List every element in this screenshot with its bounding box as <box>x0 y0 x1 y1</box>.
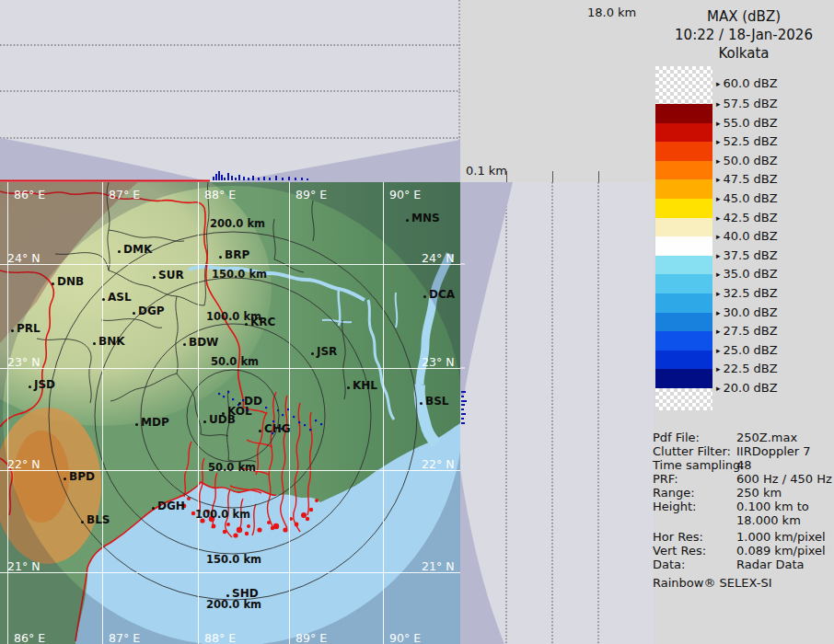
station-marker <box>183 343 186 346</box>
dbz-band <box>655 104 712 123</box>
echo-projection-spike <box>275 176 277 180</box>
latitude-gridline <box>0 264 460 265</box>
right-height-projection-panel <box>460 182 654 644</box>
dbz-scale-label: ▸42.5 dBZ <box>716 211 778 224</box>
dbz-scale-label: ▸47.5 dBZ <box>716 172 778 186</box>
latitude-label-left: 23° N <box>7 355 40 369</box>
legend-arrow-icon: ▸ <box>716 232 721 241</box>
dbz-scale-label: ▸60.0 dBZ <box>716 76 778 90</box>
legend-arrow-icon: ▸ <box>716 289 721 298</box>
station-label: MNS <box>411 212 440 224</box>
dbz-scale-label: ▸45.0 dBZ <box>716 191 778 205</box>
echo-projection-spike <box>227 173 229 180</box>
latitude-label-left: 24° N <box>7 251 40 265</box>
legend-arrow-icon: ▸ <box>716 251 721 260</box>
echo-projection-spike <box>238 175 240 180</box>
legend-arrow-icon: ▸ <box>716 270 721 279</box>
range-ring-label: 200.0 km <box>206 598 261 611</box>
station-marker <box>259 430 261 432</box>
echo-projection-dash <box>461 396 464 397</box>
dbz-band <box>655 369 712 388</box>
station-marker <box>406 219 409 222</box>
meta-row-value: 18.000 km <box>736 513 801 527</box>
meta-row-value: 250Z.max <box>736 431 797 444</box>
radar-station-name: Kolkata <box>654 44 834 63</box>
dbz-value: 20.0 dBZ <box>724 381 778 395</box>
dbz-value: 42.5 dBZ <box>724 211 778 224</box>
station-label: SHD <box>232 587 259 600</box>
range-ring-label: 200.0 km <box>210 217 265 230</box>
station-label: DCA <box>429 288 455 301</box>
station-marker <box>118 250 121 253</box>
station-label: ASL <box>108 291 132 304</box>
longitude-label-bottom: 89° E <box>295 631 327 644</box>
height-axis-tick <box>506 171 507 182</box>
meta-row-label: PRF: <box>653 472 678 486</box>
dbz-value: 52.5 dBZ <box>724 134 778 148</box>
height-axis-max-label: 18.0 km <box>587 6 636 19</box>
station-label: JSD <box>34 378 55 391</box>
meta-row-value: 250 km <box>736 486 782 500</box>
dbz-scale-label: ▸57.5 dBZ <box>716 97 778 110</box>
dbz-value: 40.0 dBZ <box>724 229 778 243</box>
dbz-value: 25.0 dBZ <box>724 343 778 357</box>
top-height-projection-panel <box>0 0 460 182</box>
top-projection-canvas <box>0 0 460 182</box>
echo-projection-spike <box>288 177 290 180</box>
station-label: PRL <box>17 322 41 335</box>
meta-row-label: Height: <box>653 500 696 513</box>
legend-arrow-icon: ▸ <box>716 175 721 184</box>
station-label: BSL <box>425 395 448 408</box>
station-marker <box>102 298 105 301</box>
station-label: BNK <box>98 335 125 348</box>
meta-row-value: 0.089 km/pixel <box>736 544 826 558</box>
height-axis-tick <box>552 171 553 182</box>
longitude-label-bottom: 88° E <box>204 631 236 644</box>
legend-arrow-icon: ▸ <box>716 346 721 355</box>
echo-projection-dash <box>461 400 467 402</box>
meta-row-value: Radar Data <box>736 558 804 571</box>
legend-arrow-icon: ▸ <box>716 194 721 203</box>
latitude-label-right: 24° N <box>422 251 454 265</box>
dbz-band <box>655 199 712 218</box>
station-marker <box>64 477 66 480</box>
longitude-gridline <box>198 182 199 644</box>
beam-cone-shadow-left <box>0 138 212 182</box>
radar-display: 0.1 km 18.0 km <box>0 0 834 644</box>
echo-projection-spike <box>307 178 308 180</box>
legend-arrow-icon: ▸ <box>716 308 721 317</box>
station-marker <box>29 385 31 388</box>
station-label: DMK <box>123 243 152 256</box>
station-label: MDP <box>141 416 169 429</box>
echo-projection-dash <box>461 418 464 420</box>
station-marker <box>311 352 314 355</box>
station-label: UDB <box>209 413 236 426</box>
meta-row-value: 0.100 km to <box>736 500 809 513</box>
dbz-band <box>655 331 712 351</box>
echo-projection-spike <box>252 176 254 180</box>
meta-row-label: Range: <box>653 486 695 500</box>
latitude-label-right: 23° N <box>422 355 454 369</box>
station-marker <box>203 420 206 423</box>
station-label: KHL <box>353 379 377 392</box>
product-name: MAX (dBZ) <box>654 7 834 26</box>
dbz-scale-label: ▸32.5 dBZ <box>716 286 778 300</box>
legend-arrow-icon: ▸ <box>716 99 721 109</box>
dbz-value: 35.0 dBZ <box>724 267 778 281</box>
echo-projection-spike <box>282 178 284 180</box>
dbz-band <box>655 123 712 143</box>
dbz-band <box>655 161 712 180</box>
radar-map-viewport[interactable]: 86° E86° E87° E87° E88° E88° E89° E89° E… <box>0 182 460 644</box>
dbz-scale-label: ▸40.0 dBZ <box>716 229 778 243</box>
meta-row-label: Pdf File: <box>653 431 700 444</box>
dbz-value: 47.5 dBZ <box>724 172 778 186</box>
station-label: BDW <box>189 336 218 349</box>
longitude-label-bottom: 86° E <box>14 631 45 644</box>
echo-projection-spike <box>269 178 271 180</box>
station-label: BPD <box>69 470 95 483</box>
station-label: KRC <box>250 316 275 328</box>
beam-cone-shadow-top <box>460 182 513 396</box>
longitude-label-top: 89° E <box>295 188 327 201</box>
dbz-value: 27.5 dBZ <box>724 324 778 338</box>
station-marker <box>81 521 84 523</box>
